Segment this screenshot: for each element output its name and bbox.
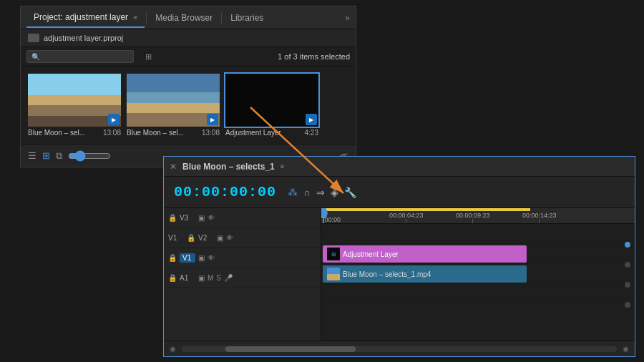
freeform-button[interactable]: ⧉: [56, 150, 62, 162]
video-badge-1: ▶: [108, 114, 119, 125]
timeline-bottom-bar: ◉ ◉: [164, 341, 635, 356]
right-edge-dots: [625, 242, 630, 308]
scroll-indicator[interactable]: ◉: [623, 345, 629, 353]
track-label-v1: V1: [180, 253, 195, 263]
timecode-display[interactable]: 00:00:00:00: [174, 184, 276, 200]
track-row-v2: V1 🔒 V2 ▣ 👁: [164, 228, 321, 248]
track-icon-v2-1[interactable]: ▣: [217, 234, 223, 242]
timeline-scroll-thumb: [225, 346, 356, 352]
project-file-icon: [28, 34, 39, 42]
clip-row-v1: Blue Moon – selects_1.mp4: [321, 264, 635, 284]
timeline-menu-icon[interactable]: ≡: [280, 162, 285, 170]
thumb-duration-2: 13:08: [202, 129, 220, 137]
video-badge-3: ▶: [306, 114, 317, 125]
timecode-area: 00:00:00:00 ⁂ ∩ ⇒ ◈ 🔧: [164, 177, 635, 208]
video-badge-2: ▶: [207, 114, 218, 125]
timeline-content: :00:00 00:00:04:23 00:00:09:23 00:00:14:…: [321, 208, 635, 341]
clips-area: ⊞ Adjustment Layer Blue Moon – selects_1…: [321, 224, 635, 341]
track-labels: 🔒 V3 ▣ 👁 V1 🔒 V2 ▣ 👁 🔒 V1 ▣ 👁: [164, 208, 321, 341]
tool-wrench[interactable]: 🔧: [344, 187, 356, 198]
timeline-title: Blue Moon – selects_1: [182, 162, 275, 172]
microphone-icon[interactable]: 🎤: [224, 274, 233, 282]
clip-thumb-video: [327, 268, 340, 280]
list-item[interactable]: ▶ Blue Moon – sel... 13:08: [28, 74, 121, 137]
work-area-bar: [323, 208, 530, 211]
tab-project[interactable]: Project: adjustment layer ≡: [26, 8, 145, 28]
tool-icons: ⁂ ∩ ⇒ ◈ 🔧: [288, 187, 356, 198]
clip-row-v3: [321, 224, 635, 244]
ruler-tick-1: [406, 219, 406, 223]
track-icon-a1-s[interactable]: S: [216, 274, 221, 282]
eye-icon-v2[interactable]: 👁: [226, 234, 233, 242]
dot-bottom: [625, 282, 630, 288]
tab-media-browser[interactable]: Media Browser: [148, 9, 220, 27]
thumb-duration-1: 13:08: [103, 129, 121, 137]
project-panel: Project: adjustment layer ≡ Media Browse…: [20, 6, 356, 167]
grid-view-button[interactable]: ⊞: [42, 150, 50, 161]
search-icon: 🔍: [31, 53, 40, 61]
timeline-close-button[interactable]: ✕: [170, 162, 177, 172]
dot-top: [625, 242, 630, 248]
timeline-ruler: :00:00 00:00:04:23 00:00:09:23 00:00:14:…: [321, 208, 635, 224]
thumb-label-2: Blue Moon – sel... 13:08: [127, 129, 220, 137]
clip-video[interactable]: Blue Moon – selects_1.mp4: [323, 265, 527, 283]
thumbnail-2: ▶: [127, 74, 220, 127]
lock-icon-v3[interactable]: 🔒: [168, 214, 177, 222]
thumb-label-1: Blue Moon – sel... 13:08: [28, 129, 121, 137]
search-input-container[interactable]: 🔍: [26, 50, 134, 63]
lock-icon-a1[interactable]: 🔒: [168, 274, 177, 282]
project-file-row: adjustment layer.prproj: [21, 29, 356, 47]
track-label-a1: A1: [180, 274, 195, 282]
ruler-tick-3: [539, 219, 540, 223]
lock-icon-v1[interactable]: 🔒: [168, 254, 177, 262]
tool-track-select[interactable]: ⇒: [316, 187, 325, 198]
list-view-button[interactable]: ☰: [28, 150, 36, 161]
list-item[interactable]: ▶ Adjustment Layer 4:23: [225, 74, 318, 137]
icon-settings[interactable]: ⊞: [145, 52, 152, 62]
ruler-mark-2: 00:00:09:23: [456, 212, 490, 223]
eye-icon-v1[interactable]: 👁: [208, 254, 215, 262]
eye-icon-v3[interactable]: 👁: [208, 214, 215, 222]
more-tabs-button[interactable]: »: [345, 13, 350, 23]
thumb-name-3: Adjustment Layer: [225, 129, 281, 137]
tool-marker[interactable]: ◈: [331, 187, 338, 198]
clip-thumb-adj: ⊞: [327, 248, 340, 260]
lock-icon-v2[interactable]: 🔒: [187, 234, 195, 242]
dot-lower: [625, 302, 630, 308]
clip-adjustment-layer[interactable]: ⊞ Adjustment Layer: [323, 245, 527, 263]
thumb-name-2: Blue Moon – sel...: [127, 129, 184, 137]
timeline-panel: ✕ Blue Moon – selects_1 ≡ 00:00:00:00 ⁂ …: [163, 156, 635, 357]
tool-razor[interactable]: ∩: [303, 187, 311, 198]
tab-menu-icon[interactable]: ≡: [133, 14, 137, 21]
scroll-left-button[interactable]: ◉: [170, 345, 176, 353]
search-input[interactable]: [43, 52, 129, 61]
track-icon-v3-1[interactable]: ▣: [198, 214, 205, 222]
playhead[interactable]: [323, 208, 324, 223]
track-row-a1: 🔒 A1 ▣ M S 🎤: [164, 268, 321, 288]
thumbnail-grid: ▶ Blue Moon – sel... 13:08 ▶ Blue Moon –…: [21, 67, 356, 144]
tab-divider-2: [221, 12, 222, 24]
list-item[interactable]: ▶ Blue Moon – sel... 13:08: [127, 74, 220, 137]
ruler-tick-2: [472, 219, 473, 223]
timeline-scroll-track[interactable]: [182, 346, 617, 352]
thumbnail-3: ▶: [225, 74, 318, 127]
thumb-name-1: Blue Moon – sel...: [28, 129, 85, 137]
thumbnail-1: ▶: [28, 74, 121, 127]
tab-divider-1: [146, 12, 147, 24]
tab-libraries[interactable]: Libraries: [223, 9, 270, 27]
track-label-v3: V3: [180, 214, 195, 222]
tool-selection[interactable]: ⁂: [288, 187, 298, 198]
selection-status: 1 of 3 items selected: [278, 52, 350, 61]
ruler-mark-3: 00:00:14:23: [522, 212, 557, 223]
track-icon-v1-1[interactable]: ▣: [198, 254, 205, 262]
track-row-v1: 🔒 V1 ▣ 👁: [164, 248, 321, 268]
track-icon-a1-m[interactable]: M: [208, 274, 213, 282]
track-label-v1-prefix: V1: [168, 234, 184, 242]
project-file-name: adjustment layer.prproj: [44, 34, 123, 42]
track-row-v3: 🔒 V3 ▣ 👁: [164, 208, 321, 228]
zoom-slider[interactable]: [68, 150, 111, 162]
timeline-main: 🔒 V3 ▣ 👁 V1 🔒 V2 ▣ 👁 🔒 V1 ▣ 👁: [164, 208, 635, 341]
ruler-mark-1: 00:00:04:23: [389, 212, 424, 223]
thumb-duration-3: 4:23: [305, 129, 318, 137]
track-icon-a1-1[interactable]: ▣: [198, 274, 205, 282]
